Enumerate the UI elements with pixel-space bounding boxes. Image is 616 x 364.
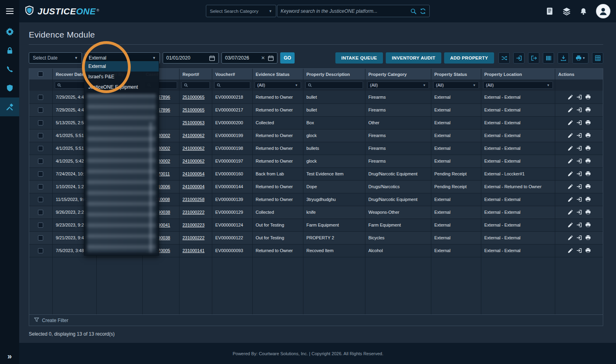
intake-queue-button[interactable]: INTAKE QUEUE	[335, 52, 383, 64]
report-link[interactable]: 251000065	[183, 95, 205, 99]
report-link[interactable]: 231000222	[183, 235, 205, 240]
calendar-icon[interactable]	[268, 55, 274, 61]
inventory-audit-button[interactable]: INVENTORY AUDIT	[386, 52, 441, 64]
print-icon[interactable]	[585, 184, 591, 189]
row-checkbox[interactable]	[38, 197, 43, 202]
check-in-icon[interactable]	[576, 248, 582, 253]
check-in-icon[interactable]	[576, 94, 582, 100]
transfer-shuffle-button[interactable]	[498, 52, 510, 64]
sidebar-expand-icon[interactable]: »	[0, 352, 19, 361]
sidebar-item-shield[interactable]	[0, 79, 19, 97]
edit-icon[interactable]	[568, 222, 573, 228]
column-header-property-status[interactable]: Property Status	[431, 69, 481, 80]
go-button[interactable]: GO	[280, 52, 295, 64]
download-button[interactable]	[558, 52, 569, 64]
select-all-checkbox[interactable]	[38, 72, 43, 77]
print-icon[interactable]	[585, 120, 591, 125]
check-in-button[interactable]	[513, 52, 524, 64]
report-link[interactable]: 241000062	[183, 146, 205, 151]
check-in-icon[interactable]	[576, 209, 582, 215]
clear-date-icon[interactable]: ✕	[261, 55, 265, 61]
sidebar-item-security[interactable]	[0, 41, 19, 60]
add-property-button[interactable]: ADD PROPERTY	[444, 52, 494, 64]
check-in-icon[interactable]	[576, 171, 582, 177]
filter-property-description[interactable]	[305, 82, 363, 89]
print-icon[interactable]	[585, 235, 591, 241]
report-link[interactable]: 231000141	[183, 248, 205, 253]
report-link[interactable]: 231000223	[183, 223, 205, 227]
edit-icon[interactable]	[568, 171, 573, 177]
print-icon[interactable]	[585, 209, 591, 215]
row-checkbox[interactable]	[38, 223, 43, 228]
filter-report-number[interactable]	[181, 82, 210, 89]
report-link[interactable]: 241000062	[183, 159, 205, 163]
check-in-icon[interactable]	[576, 184, 582, 189]
report-link[interactable]: 241000054	[183, 171, 205, 176]
dropdown-option[interactable]: Israel's P&E	[84, 72, 159, 82]
row-checkbox[interactable]	[38, 120, 43, 125]
report-link[interactable]: 231000222	[183, 210, 205, 215]
edit-icon[interactable]	[568, 248, 573, 253]
row-checkbox[interactable]	[38, 235, 43, 241]
row-checkbox[interactable]	[38, 184, 43, 189]
bell-icon[interactable]	[580, 8, 587, 15]
column-header-property-location[interactable]: Property Location	[481, 69, 555, 80]
report-link[interactable]: 241000062	[183, 133, 205, 138]
filter-evidence-status[interactable]: (All)▼	[255, 82, 301, 89]
print-icon[interactable]	[585, 145, 591, 151]
check-in-icon[interactable]	[576, 145, 582, 151]
row-checkbox[interactable]	[38, 159, 43, 164]
check-out-button[interactable]	[528, 52, 539, 64]
print-icon[interactable]	[585, 94, 591, 100]
filter-property-category[interactable]: (All)▼	[367, 82, 429, 89]
edit-icon[interactable]	[568, 209, 573, 215]
edit-icon[interactable]	[568, 235, 573, 241]
print-icon[interactable]	[585, 133, 591, 138]
filter-voucher[interactable]	[214, 82, 250, 89]
report-link[interactable]: 231000258	[183, 197, 205, 202]
column-header-report[interactable]: Report#	[179, 69, 212, 80]
row-checkbox[interactable]	[38, 248, 43, 253]
refresh-icon[interactable]	[420, 8, 426, 14]
row-checkbox[interactable]	[38, 95, 43, 100]
edit-icon[interactable]	[568, 184, 573, 189]
columns-button[interactable]	[543, 52, 554, 64]
dropdown-option[interactable]: External	[84, 61, 159, 72]
print-menu-button[interactable]: ▼	[572, 52, 588, 64]
select-date-dropdown[interactable]: Select Date ▼	[29, 52, 82, 64]
report-link[interactable]: 251000065	[183, 107, 205, 112]
row-checkbox[interactable]	[38, 133, 43, 138]
row-checkbox[interactable]	[38, 171, 43, 177]
edit-icon[interactable]	[568, 197, 573, 202]
sidebar-item-settings[interactable]	[0, 22, 19, 41]
records-icon[interactable]	[546, 7, 554, 15]
filter-property-location[interactable]: (All)▼	[483, 82, 553, 89]
edit-icon[interactable]	[568, 120, 573, 125]
check-in-icon[interactable]	[576, 222, 582, 228]
date-from-input[interactable]: 01/01/2020	[163, 52, 219, 64]
menu-icon[interactable]	[0, 0, 19, 22]
row-checkbox[interactable]	[38, 210, 43, 215]
check-in-icon[interactable]	[576, 197, 582, 202]
check-in-icon[interactable]	[576, 107, 582, 113]
filter-property-status[interactable]: (All)▼	[433, 82, 479, 89]
report-link[interactable]: 241000004	[183, 184, 205, 189]
global-search-input[interactable]	[281, 8, 407, 14]
grid-view-button[interactable]	[592, 52, 603, 64]
column-header-evidence-status[interactable]: Evidence Status	[252, 69, 303, 80]
search-icon[interactable]	[410, 8, 417, 14]
edit-icon[interactable]	[568, 107, 573, 113]
print-icon[interactable]	[585, 197, 591, 202]
edit-icon[interactable]	[568, 133, 573, 138]
row-checkbox[interactable]	[38, 107, 43, 113]
column-header-property-description[interactable]: Property Description	[303, 69, 365, 80]
sidebar-item-evidence-tools[interactable]	[0, 97, 19, 116]
print-icon[interactable]	[585, 248, 591, 253]
check-in-icon[interactable]	[576, 235, 582, 241]
print-icon[interactable]	[585, 107, 591, 113]
search-category-select[interactable]: Select Search Category ▼	[206, 5, 276, 17]
check-in-icon[interactable]	[576, 158, 582, 164]
create-filter-button[interactable]: Create Filter	[29, 314, 603, 326]
edit-icon[interactable]	[568, 145, 573, 151]
calendar-icon[interactable]	[209, 55, 215, 61]
